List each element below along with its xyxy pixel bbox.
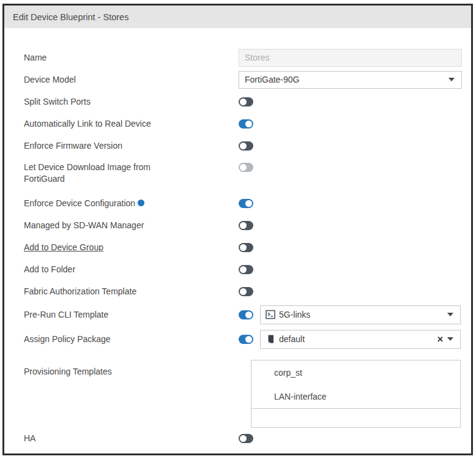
row-device-model: Device Model FortiGate-90G	[4, 69, 471, 91]
sdwan-manager-label: Managed by SD-WAN Manager	[24, 220, 144, 231]
ha-label: HA	[24, 433, 35, 444]
toggle-knob	[240, 266, 247, 273]
blueprint-form: Name Device Model FortiGate-90G Split Sw…	[4, 28, 471, 449]
toggle-knob	[240, 164, 247, 171]
dialog-title-bar: Edit Device Blueprint - Stores	[4, 6, 471, 28]
provisioning-template-input[interactable]	[251, 409, 461, 428]
enforce-firmware-toggle[interactable]	[239, 141, 253, 151]
pre-run-cli-select[interactable]: 5G-links	[260, 305, 461, 324]
toggle-knob	[240, 222, 247, 229]
provisioning-templates-label: Provisioning Templates	[24, 366, 112, 378]
split-switch-ports-label: Split Switch Ports	[24, 96, 91, 108]
fabric-auth-template-label: Fabric Authorization Template	[24, 286, 136, 297]
chevron-down-icon	[448, 78, 455, 81]
policy-package-toggle[interactable]	[239, 335, 253, 344]
toggle-knob	[240, 288, 247, 295]
row-sdwan-manager: Managed by SD-WAN Manager	[4, 214, 471, 236]
toggle-knob	[240, 99, 247, 105]
name-label: Name	[24, 52, 46, 64]
row-split-switch-ports: Split Switch Ports	[4, 91, 471, 113]
name-field	[239, 49, 462, 67]
info-dot-icon	[138, 200, 144, 206]
download-image-toggle	[239, 163, 253, 172]
toggle-knob	[245, 336, 252, 343]
auto-link-label: Automatically Link to Real Device	[24, 118, 151, 130]
pre-run-cli-toggle[interactable]	[239, 310, 253, 319]
edit-device-blueprint-dialog: Edit Device Blueprint - Stores Name Devi…	[2, 4, 473, 455]
add-to-device-group-toggle[interactable]	[239, 243, 253, 252]
sdwan-manager-toggle[interactable]	[239, 221, 253, 230]
row-fabric-auth: Fabric Authorization Template	[4, 280, 471, 302]
cli-template-icon	[266, 310, 275, 319]
enforce-firmware-label: Enforce Firmware Version	[24, 140, 122, 152]
auto-link-toggle[interactable]	[239, 119, 253, 129]
provisioning-templates-widget: corp_st LAN-interface	[251, 360, 461, 428]
policy-package-label: Assign Policy Package	[24, 334, 111, 345]
add-to-folder-label: Add to Folder	[24, 264, 75, 275]
toggle-knob	[245, 312, 252, 318]
add-to-device-group-label[interactable]: Add to Device Group	[24, 242, 103, 253]
row-name: Name	[4, 47, 471, 69]
row-auto-link: Automatically Link to Real Device	[4, 113, 471, 135]
clear-icon[interactable]: ✕	[437, 335, 444, 343]
device-model-select[interactable]: FortiGate-90G	[239, 71, 462, 89]
row-pre-run-cli: Pre-Run CLI Template 5G-links	[4, 302, 471, 327]
provisioning-templates-list: corp_st LAN-interface	[251, 360, 461, 409]
pre-run-cli-label: Pre-Run CLI Template	[24, 309, 108, 321]
row-policy-package: Assign Policy Package default ✕	[4, 327, 471, 351]
chevron-down-icon	[447, 313, 453, 316]
policy-package-value: default	[279, 334, 305, 344]
enforce-config-toggle[interactable]	[239, 199, 253, 208]
policy-package-select[interactable]: default ✕	[260, 330, 461, 349]
enforce-config-label: Enforce Device Configuration	[24, 198, 135, 209]
device-model-value: FortiGate-90G	[245, 75, 299, 84]
add-to-folder-toggle[interactable]	[239, 265, 253, 274]
toggle-knob	[240, 244, 247, 251]
toggle-knob	[240, 143, 247, 149]
row-provisioning-templates: Provisioning Templates corp_st LAN-inter…	[4, 351, 471, 422]
row-folder: Add to Folder	[4, 258, 471, 280]
row-enforce-firmware: Enforce Firmware Version	[4, 135, 471, 157]
download-image-label: Let Device Download Image from FortiGuar…	[24, 162, 182, 185]
split-switch-ports-toggle[interactable]	[239, 97, 253, 106]
row-download-image: Let Device Download Image from FortiGuar…	[4, 157, 471, 192]
row-enforce-config: Enforce Device Configuration	[4, 192, 471, 214]
ha-toggle[interactable]	[239, 434, 253, 443]
toggle-knob	[245, 121, 252, 127]
chevron-down-icon	[447, 337, 453, 341]
row-ha: HA	[4, 427, 471, 449]
device-model-label: Device Model	[24, 74, 76, 86]
list-item[interactable]: LAN-interface	[251, 384, 460, 408]
row-device-group: Add to Device Group	[4, 236, 471, 258]
fabric-auth-template-toggle[interactable]	[239, 287, 253, 296]
list-item[interactable]: corp_st	[251, 360, 460, 384]
pre-run-cli-value: 5G-links	[279, 310, 310, 319]
dialog-title: Edit Device Blueprint - Stores	[4, 12, 128, 22]
policy-package-icon	[266, 334, 275, 344]
toggle-knob	[240, 435, 247, 442]
toggle-knob	[245, 200, 252, 207]
